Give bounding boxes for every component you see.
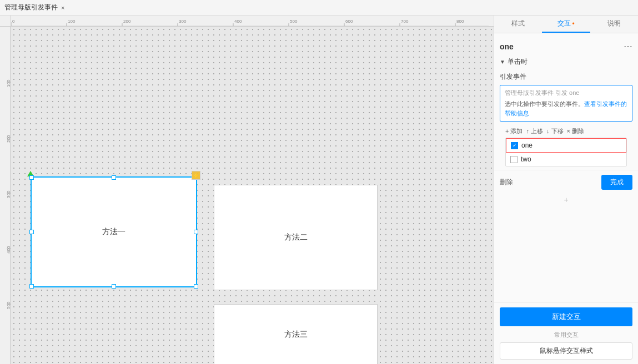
lightning-icon: ⚡ [192,171,200,180]
svg-text:0: 0 [12,19,15,24]
interaction-dot: • [572,20,574,28]
canvas-box-1[interactable]: ⚡ 方法一 [31,176,197,287]
new-interaction-section: 新建交互 常用交互 鼠标悬停交互样式 [494,302,638,364]
resize-handle-tl[interactable] [29,175,34,180]
svg-text:500: 500 [290,19,298,24]
canvas-box-2[interactable]: 方法二 [214,185,378,290]
canvas-inner: ⚡ 方法一 方法二 方法三 [11,27,494,364]
tab-description[interactable]: 说明 [590,16,638,33]
svg-text:100: 100 [6,79,11,87]
svg-text:400: 400 [6,246,11,254]
dropdown-label-two: two [521,155,531,163]
event-trigger-label: 引发事件 [500,72,632,82]
more-icon[interactable]: ⋯ [624,41,632,52]
collapse-arrow[interactable]: ▼ [500,59,505,65]
box1-label: 方法一 [102,227,125,237]
svg-text:300: 300 [6,190,11,198]
dropdown-list: one two [505,138,627,166]
panel-footer: 删除 完成 [494,170,638,194]
right-panel: 样式 交互 • 说明 one ⋯ ▼ 单击时 引发事 [494,16,638,364]
panel-tabs: 样式 交互 • 说明 [494,16,638,33]
svg-text:600: 600 [345,19,353,24]
trigger-description: 选中此操作中要引发的事件。查看引发事件的帮助信息 [505,99,627,118]
delete-button[interactable]: 删除 [500,178,513,187]
action-add[interactable]: + 添加 [505,127,523,135]
action-down[interactable]: ↓ 下移 [546,127,564,135]
svg-text:100: 100 [68,19,76,24]
new-interaction-button[interactable]: 新建交互 [500,307,632,326]
trigger-input-box[interactable]: 管理母版引发事件 引发 one 选中此操作中要引发的事件。查看引发事件的帮助信息 [500,85,632,122]
svg-text:500: 500 [6,301,11,309]
interaction-name: one [500,42,514,51]
event-trigger-area: 引发事件 管理母版引发事件 引发 one 选中此操作中要引发的事件。查看引发事件… [494,69,638,170]
section-label: 单击时 [508,57,528,67]
svg-text:200: 200 [6,135,11,143]
title-bar-text: 管理母版引发事件 [4,3,58,12]
ruler-corner [0,16,11,27]
tab-interaction[interactable]: 交互 • [542,16,590,33]
panel-content: one ⋯ ▼ 单击时 引发事件 管理母版引发事件 引发 one 选中此操作中要… [494,33,638,302]
interaction-name-row: one ⋯ [494,38,638,55]
dropdown-item-one[interactable]: one [506,138,626,153]
svg-text:800: 800 [456,19,464,24]
title-bar-close[interactable]: × [61,4,64,11]
main-layout: 0 100 200 300 400 500 600 700 800 [0,16,638,364]
svg-text:400: 400 [234,19,242,24]
canvas-box-3[interactable]: 方法三 [214,304,378,364]
done-button[interactable]: 完成 [601,175,632,190]
title-bar: 管理母版引发事件 × [0,0,638,16]
resize-handle-bm[interactable] [112,284,116,289]
box2-label: 方法二 [284,232,308,242]
mouse-hover-button[interactable]: 鼠标悬停交互样式 [500,342,632,360]
trigger-placeholder: 管理母版引发事件 引发 one [505,89,627,97]
resize-handle-mr[interactable] [194,230,198,234]
resize-handle-tm[interactable] [112,175,116,180]
canvas-area[interactable]: 0 100 200 300 400 500 600 700 800 [0,16,494,364]
action-up[interactable]: ↑ 上移 [526,127,543,135]
dropdown-label-one: one [521,141,532,149]
section-header: ▼ 单击时 [494,55,638,69]
svg-text:200: 200 [123,19,131,24]
checkbox-two[interactable] [510,156,518,163]
box3-label: 方法三 [284,330,308,340]
dropdown-item-two[interactable]: two [506,153,626,166]
common-label: 常用交互 [500,331,632,339]
canvas-wrapper[interactable]: ⚡ 方法一 方法二 方法三 [11,27,494,364]
svg-text:300: 300 [179,19,187,24]
add-divider[interactable]: + [494,194,638,205]
resize-handle-br[interactable] [194,284,198,289]
tab-style[interactable]: 样式 [494,16,542,33]
checkbox-one[interactable] [511,142,518,149]
action-delete[interactable]: × 删除 [567,127,584,135]
ruler-left: 100 200 300 400 500 [0,27,11,364]
help-link[interactable]: 查看引发事件的帮助信息 [505,100,627,117]
action-toolbar: + 添加 ↑ 上移 ↓ 下移 × 删除 [500,125,632,138]
resize-handle-ml[interactable] [29,230,34,234]
svg-text:700: 700 [401,19,409,24]
ruler-top: 0 100 200 300 400 500 600 700 800 [11,16,494,27]
resize-handle-bl[interactable] [29,284,34,289]
